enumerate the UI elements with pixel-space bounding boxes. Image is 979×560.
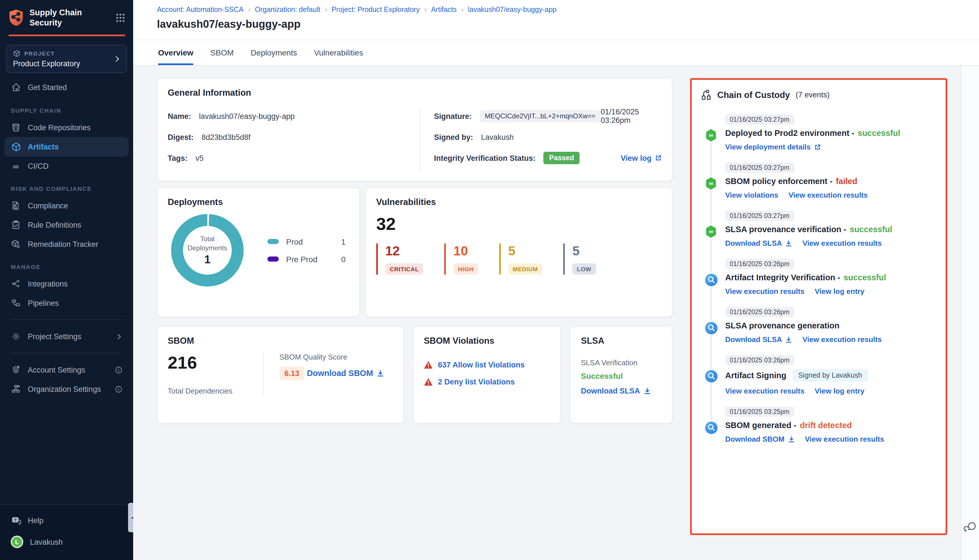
- signature-value: MEQCICde2VjIT...bL+2+mqnOXw==: [480, 110, 601, 122]
- card-title: SBOM: [168, 336, 393, 346]
- sidebar-item-label: Code Repositories: [28, 123, 91, 132]
- event-title: Artifact Integrity Verification -: [725, 273, 840, 282]
- event-timestamp: 01/16/2025 03:27pm: [725, 211, 794, 221]
- sidebar-section-supply-chain: SUPPLY CHAIN: [5, 98, 129, 118]
- sidebar-item-help[interactable]: ? Help: [5, 511, 129, 530]
- tags-label: Tags:: [168, 154, 187, 162]
- sidebar-item-account-settings[interactable]: Account Settings: [5, 360, 129, 380]
- breadcrumb-account[interactable]: Account: Automation-SSCA: [157, 6, 244, 13]
- event-title: SBOM generated -: [725, 421, 796, 430]
- sidebar-item-remediation-tracker[interactable]: Remediation Tracker: [5, 235, 129, 254]
- tab-overview[interactable]: Overview: [158, 48, 194, 65]
- infinity-icon: ∞: [11, 163, 21, 170]
- sidebar-item-organization-settings[interactable]: Organization Settings: [5, 380, 129, 399]
- download-sbom-link[interactable]: Download SBOM: [307, 368, 384, 378]
- slsa-verification-label: SLSA Verification: [581, 358, 662, 367]
- chain-event: 01/16/2025 03:26pm SLSA provenance gener…: [704, 306, 937, 355]
- warning-icon: [424, 361, 433, 369]
- view-execution-results-link[interactable]: View execution results: [789, 191, 868, 199]
- sbom-violations-card: SBOM Violations 637 Allow list Violation…: [413, 326, 561, 423]
- sidebar-item-compliance[interactable]: Compliance: [5, 196, 129, 215]
- svg-text:?: ?: [13, 518, 16, 522]
- severity-medium: 5 MEDIUM: [499, 243, 543, 275]
- sidebar-item-label: Integrations: [28, 280, 68, 288]
- view-log-entry-link[interactable]: View log entry: [815, 287, 865, 295]
- legend-value: 0: [341, 255, 346, 263]
- event-timestamp: 01/16/2025 03:26pm: [725, 355, 794, 365]
- support-chat-icon[interactable]: [964, 520, 977, 534]
- view-deployment-details-link[interactable]: View deployment details: [725, 143, 821, 151]
- sidebar-item-integrations[interactable]: Integrations: [5, 274, 129, 293]
- breadcrumb-artifacts[interactable]: Artifacts: [431, 6, 457, 13]
- integrations-icon: [11, 280, 21, 288]
- sidebar: Supply Chain Security PROJECT: [0, 0, 133, 560]
- breadcrumb-organization[interactable]: Organization: default: [255, 6, 321, 13]
- info-icon[interactable]: [115, 386, 122, 393]
- severity-badge: MEDIUM: [508, 263, 543, 275]
- sidebar-item-user[interactable]: L Lavakush: [5, 530, 129, 553]
- breadcrumb: Account: Automation-SSCA › Organization:…: [157, 6, 979, 13]
- download-slsa-link[interactable]: Download SLSA: [725, 335, 792, 344]
- info-icon[interactable]: [115, 367, 122, 374]
- name-label: Name:: [168, 112, 191, 120]
- sidebar-item-get-started[interactable]: Get Started: [5, 78, 129, 98]
- integrity-status-label: Integrity Verification Status:: [434, 154, 536, 162]
- project-eyebrow-label: PROJECT: [24, 51, 55, 57]
- allow-list-violations-link[interactable]: 637 Allow list Violations: [438, 361, 525, 369]
- breadcrumb-artifact-name[interactable]: lavakush07/easy-buggy-app: [468, 6, 556, 13]
- view-execution-results-link[interactable]: View execution results: [725, 387, 805, 395]
- sidebar-item-cicd[interactable]: ∞ CI/CD: [5, 157, 129, 176]
- event-timestamp: 01/16/2025 03:27pm: [725, 114, 794, 125]
- sidebar-item-code-repositories[interactable]: Code Repositories: [5, 118, 129, 137]
- page-header: Account: Automation-SSCA › Organization:…: [133, 0, 979, 40]
- scanner-icon: [705, 370, 718, 383]
- vulnerabilities-card: Vulnerabilities 32 12 CRITICAL 10 HIGH: [366, 187, 673, 317]
- chain-event: 01/16/2025 03:25pm SBOM generated -drift…: [704, 406, 937, 454]
- sidebar-item-label: Artifacts: [28, 143, 59, 152]
- severity-count: 12: [385, 243, 423, 259]
- general-information-card: General Information Name:lavakush07/easy…: [157, 78, 673, 181]
- app-root: Supply Chain Security PROJECT: [0, 0, 979, 560]
- legend-row-preprod: Pre Prod 0: [267, 255, 346, 263]
- view-log-link[interactable]: View log: [621, 154, 662, 162]
- view-execution-results-link[interactable]: View execution results: [725, 287, 805, 295]
- svg-text:∞: ∞: [709, 228, 713, 235]
- sidebar-header: Supply Chain Security: [0, 0, 133, 33]
- chain-of-custody-title: Chain of Custody: [717, 90, 790, 100]
- sidebar-item-pipelines[interactable]: Pipelines: [5, 293, 129, 313]
- event-timestamp: 01/16/2025 03:25pm: [725, 407, 794, 417]
- download-sbom-link[interactable]: Download SBOM: [725, 435, 795, 443]
- sbom-quality-score-value: 6.13: [279, 367, 304, 380]
- view-log-entry-link[interactable]: View log entry: [815, 387, 865, 395]
- view-execution-results-link[interactable]: View execution results: [802, 239, 882, 247]
- tab-vulnerabilities[interactable]: Vulnerabilities: [314, 48, 363, 65]
- pipeline-stage-icon: ∞: [704, 177, 718, 190]
- sidebar-item-label: Compliance: [28, 202, 68, 210]
- view-violations-link[interactable]: View violations: [725, 191, 778, 199]
- project-selector[interactable]: PROJECT Product Exploratory: [6, 45, 127, 73]
- sidebar-item-rule-definitions[interactable]: Rule Definitions: [5, 215, 129, 235]
- divider: [10, 353, 123, 353]
- download-slsa-link[interactable]: Download SLSA: [725, 239, 792, 247]
- event-timestamp: 01/16/2025 03:26pm: [725, 259, 794, 269]
- view-execution-results-link[interactable]: View execution results: [802, 335, 882, 344]
- breadcrumb-project[interactable]: Project: Product Exploratory: [331, 6, 419, 13]
- severity-count: 5: [508, 243, 543, 259]
- svg-text:∞: ∞: [709, 180, 713, 187]
- tab-sbom[interactable]: SBOM: [211, 48, 234, 65]
- sidebar-item-project-settings[interactable]: Project Settings: [5, 327, 129, 346]
- severity-critical: 12 CRITICAL: [376, 243, 423, 275]
- tab-deployments[interactable]: Deployments: [251, 48, 297, 65]
- sidebar-nav: Get Started SUPPLY CHAIN Code Repositori…: [0, 73, 133, 399]
- download-slsa-link[interactable]: Download SLSA: [581, 387, 651, 395]
- event-title: SBOM policy enforcement -: [725, 177, 832, 186]
- event-title: SLSA provenance verification -: [725, 225, 847, 234]
- scanner-icon: [705, 273, 718, 287]
- app-grid-icon[interactable]: [115, 13, 125, 22]
- download-icon: [643, 387, 651, 395]
- chevron-right-icon: [114, 56, 121, 63]
- view-execution-results-link[interactable]: View execution results: [805, 435, 884, 443]
- sidebar-item-artifacts[interactable]: Artifacts: [5, 137, 129, 157]
- external-link-icon: [655, 155, 662, 162]
- deny-list-violations-link[interactable]: 2 Deny list Violations: [438, 378, 515, 386]
